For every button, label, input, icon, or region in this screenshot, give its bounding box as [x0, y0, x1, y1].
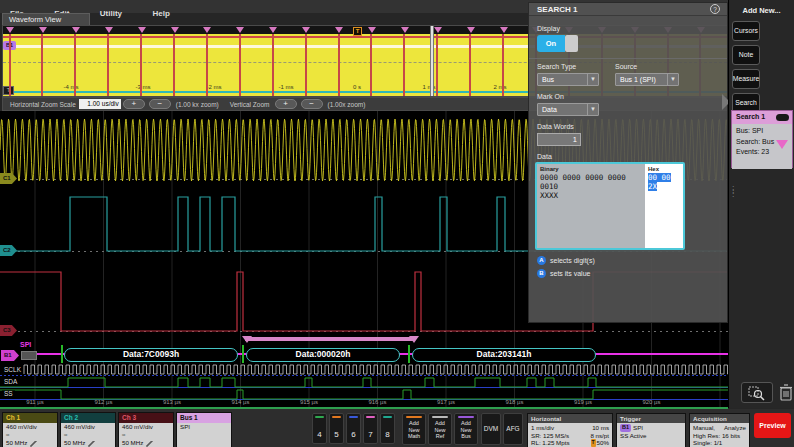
oscilloscope-screen: File Edit Utility Help Waveform View B1 … [0, 0, 794, 447]
overview-event-line [469, 34, 471, 96]
ss-trace [0, 390, 728, 399]
search1-card-header[interactable]: Search 1 [732, 111, 792, 124]
overview-event-line [173, 34, 175, 96]
h-zoom-minus-button[interactable]: − [149, 99, 171, 109]
chevron-down-icon: ▼ [587, 74, 598, 85]
add-new-math-button[interactable]: AddNewMath [402, 413, 426, 445]
h-zoom-plus-button[interactable]: + [123, 99, 145, 109]
ch1-badge-name: Ch 1 [3, 413, 57, 423]
hex-value-line2[interactable]: 2X [648, 182, 657, 191]
ch3-scale: 460 mV/div [122, 423, 173, 431]
sidebar-button-measure[interactable]: Measure [732, 69, 760, 89]
add-new-label: AddNewMath [403, 420, 425, 440]
search-mark-icon [203, 27, 211, 33]
search1-card-body[interactable]: Bus: SPI Search: Bus Events: 23 [732, 124, 792, 169]
hex-column[interactable]: Hex 00 00 2X [645, 164, 683, 248]
menu-help[interactable]: Help [152, 9, 169, 18]
vertical-zoom-label: Vertical Zoom [230, 101, 270, 108]
add-new-ref-button[interactable]: AddNewRef [428, 413, 452, 445]
overview-event-line [140, 34, 142, 96]
search-mark-icon [434, 27, 442, 33]
mark-on-dropdown[interactable]: Data ▼ [537, 103, 599, 116]
source-label: Source [615, 63, 637, 70]
horizontal-panel[interactable]: Horizontal 1 ms/div10 ms SR: 125 MS/s8 n… [527, 413, 613, 447]
sidebar-button-note[interactable]: Note [732, 45, 760, 65]
trigger-type: SPI [633, 424, 643, 432]
channel-color-strip [315, 416, 324, 418]
binary-value-line2[interactable]: XXXX [540, 191, 642, 200]
delete-button[interactable] [779, 383, 793, 402]
horizontal-panel-title: Horizontal [528, 414, 612, 423]
channel-color-strip [383, 416, 392, 418]
bus1-badge[interactable]: Bus 1 SPI [176, 412, 232, 447]
coupling-icon: ≈ [6, 431, 57, 439]
ch1-badge[interactable]: Ch 1 460 mV/div ≈ 50 MHz [2, 412, 58, 447]
mark-on-label: Mark On [537, 93, 564, 100]
panel-divider [529, 58, 727, 59]
channel-button-4[interactable]: 4 [312, 413, 327, 444]
channel-button-7[interactable]: 7 [363, 413, 378, 444]
overview-event-line [41, 34, 43, 96]
sidebar-button-cursors[interactable]: Cursors [732, 21, 760, 41]
time-tick-label: 914 µs [224, 399, 258, 405]
ch2-bandwidth: 50 MHz [64, 439, 85, 447]
dvm-button[interactable]: DVM [481, 413, 501, 445]
toggle-knob[interactable] [565, 35, 578, 52]
channel-button-number: 5 [330, 430, 343, 439]
search-mark-icon [335, 27, 343, 33]
channel-button-number: 6 [347, 430, 360, 439]
time-tick-label: 912 µs [87, 399, 121, 405]
zoom-window-handle[interactable] [430, 26, 434, 96]
help-icon[interactable]: ? [710, 4, 720, 14]
overview-tick-label: -4 ms [56, 84, 86, 90]
horizontal-zoom-scale-input[interactable]: 1.00 us/div [79, 99, 121, 109]
sidebar-drag-handle[interactable]: ⋮⋮ [729, 188, 737, 196]
display-toggle[interactable]: On [537, 35, 579, 52]
v-zoom-minus-button[interactable]: − [301, 99, 323, 109]
search-panel-header[interactable]: SEARCH 1 ? [529, 3, 727, 16]
hex-value-line1[interactable]: 00 00 [648, 173, 671, 182]
channel-button-5[interactable]: 5 [329, 413, 344, 444]
add-new-bus-button[interactable]: AddNewBus [454, 413, 478, 445]
hex-column-label: Hex [648, 166, 680, 172]
zoom-tool-button[interactable] [741, 382, 773, 403]
bus1-badge-name: Bus 1 [177, 413, 231, 423]
trigger-panel[interactable]: Trigger B1SPI SS Active [616, 413, 686, 447]
preview-button[interactable]: Preview [754, 413, 791, 438]
ch3-badge-name: Ch 3 [119, 413, 173, 423]
channel-button-6[interactable]: 6 [346, 413, 361, 444]
search-type-dropdown[interactable]: Bus ▼ [537, 73, 599, 86]
overview-event-line [206, 34, 208, 96]
settings-bar: Ch 1 460 mV/div ≈ 50 MHz Ch 2 460 mV/div… [0, 409, 794, 447]
h-sample-rate: SR: 125 MS/s [531, 432, 569, 440]
channel-button-number: 8 [381, 430, 394, 439]
afg-button[interactable]: AFG [503, 413, 523, 445]
overview-tick-label: -3 ms [128, 84, 158, 90]
menu-utility[interactable]: Utility [100, 9, 122, 18]
sda-label: SDA [2, 378, 19, 385]
search1-card-pill[interactable] [776, 114, 789, 121]
binary-value-line1[interactable]: 0000 0000 0000 0000 0010 [540, 173, 642, 191]
data-entry-box[interactable]: Binary 0000 0000 0000 0000 0010 XXXX Hex… [535, 162, 685, 250]
acquisition-panel[interactable]: Acquisition Manual,Analyze High Res: 16 … [689, 413, 750, 447]
search-mark-icon [236, 27, 244, 33]
search-config-panel: SEARCH 1 ? Display On Search Type Bus ▼ … [528, 2, 728, 323]
frame-start-tick [242, 345, 244, 363]
search1-badge-card[interactable]: Search 1 Bus: SPI Search: Bus Events: 23 [731, 110, 793, 168]
source-dropdown[interactable]: Bus 1 (SPI) ▼ [615, 73, 679, 86]
acq-single: Single: 1/1 [693, 439, 746, 447]
bus-handle-box[interactable] [21, 351, 37, 360]
waveform-view-tab[interactable]: Waveform View [2, 13, 90, 25]
acq-highres: High Res: 16 bits [693, 432, 746, 440]
chevron-down-icon: ▼ [587, 104, 598, 115]
overview-tick-label: 2 ms [485, 84, 515, 90]
search-result-bar-line [245, 337, 413, 341]
channel-button-8[interactable]: 8 [380, 413, 395, 444]
data-words-input[interactable]: 1 [537, 133, 581, 146]
ch2-badge[interactable]: Ch 2 460 mV/div ≈ 50 MHz [60, 412, 116, 447]
channel-color-strip [349, 416, 358, 418]
binary-column[interactable]: Binary 0000 0000 0000 0000 0010 XXXX [537, 164, 645, 248]
ch3-badge[interactable]: Ch 3 460 mV/div ≈ 50 MHz [118, 412, 174, 447]
data-label: Data [537, 153, 552, 160]
v-zoom-plus-button[interactable]: + [275, 99, 297, 109]
